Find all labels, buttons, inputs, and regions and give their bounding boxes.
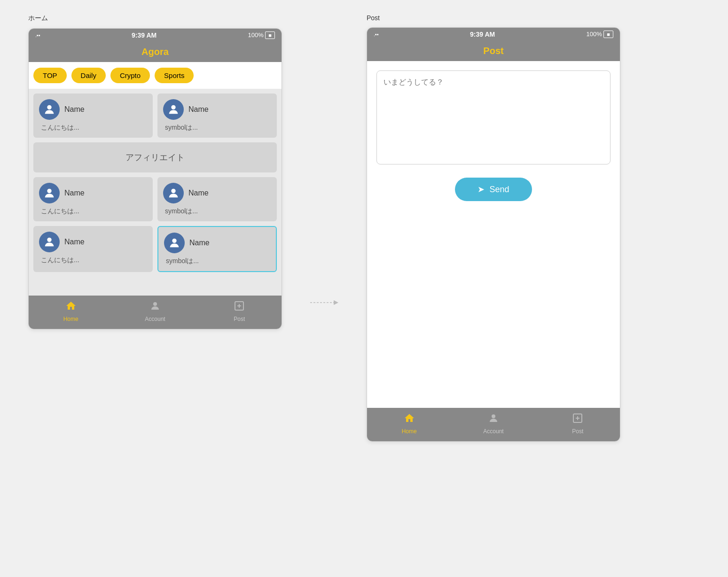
post-card-4[interactable]: Name symbolは... [157, 177, 277, 221]
post-card-2-text: symbolは... [163, 124, 271, 132]
posts-grid-1: Name こんにちは... Name symbolは. [33, 94, 277, 138]
post-screen-tab-post[interactable]: Post [559, 413, 596, 435]
post-card-4-name: Name [188, 189, 209, 197]
home-phone: .▪▪ 9:39 AM 100% ■ Agora TOP Daily Crypt… [28, 28, 282, 329]
svg-point-1 [171, 105, 175, 109]
home-tab-label: Home [63, 316, 78, 322]
posts-grid-2: Name こんにちは... Name symbolは. [33, 177, 277, 221]
post-screen-home-label: Home [402, 428, 417, 435]
post-screen-wrapper: Post .▪▪ 9:39 AM 100% ■ Post ➤ Send [367, 14, 620, 442]
svg-point-12 [492, 414, 495, 418]
tab-account[interactable]: Account [136, 300, 174, 322]
post-card-6-text: symbolは... [164, 257, 270, 265]
post-card-1-text: こんにちは... [39, 124, 147, 132]
posts-grid-3: Name こんにちは... Name symbolは. [33, 226, 277, 272]
post-card-1-name: Name [64, 105, 85, 114]
post-nav-bar: Post [367, 41, 620, 61]
post-screen-account-label: Account [483, 428, 503, 435]
avatar-3 [39, 183, 60, 203]
post-card-1[interactable]: Name こんにちは... [33, 94, 153, 138]
home-tab-icon [65, 300, 77, 314]
post-card-5-header: Name [39, 232, 147, 252]
post-card-3-name: Name [64, 189, 85, 197]
post-card-4-text: symbolは... [163, 207, 271, 216]
post-textarea[interactable] [376, 70, 611, 164]
post-card-3-text: こんにちは... [39, 207, 147, 216]
home-status-bar: .▪▪ 9:39 AM 100% ■ [29, 29, 282, 42]
post-card-6[interactable]: Name symbolは... [157, 226, 277, 272]
home-nav-bar: Agora [29, 42, 282, 62]
account-tab-icon [149, 300, 161, 314]
post-content-area: ➤ Send [367, 61, 620, 408]
home-screen-wrapper: ホーム .▪▪ 9:39 AM 100% ■ Agora TOP Daily C… [28, 14, 282, 329]
home-signal-icon: .▪▪ [35, 32, 40, 38]
svg-point-2 [47, 189, 51, 193]
post-tab-icon [234, 300, 245, 314]
svg-point-5 [172, 239, 176, 243]
screen-connector [310, 296, 338, 310]
tab-daily[interactable]: Daily [71, 68, 106, 83]
svg-marker-11 [334, 300, 338, 305]
svg-point-3 [171, 189, 175, 193]
home-nav-title: Agora [141, 47, 169, 57]
post-screen-home-icon [404, 413, 415, 427]
post-card-2-header: Name [163, 99, 271, 120]
category-tabs: TOP Daily Crypto Sports [29, 62, 282, 89]
post-phone: .▪▪ 9:39 AM 100% ■ Post ➤ Send [367, 27, 620, 442]
post-card-2[interactable]: Name symbolは... [157, 94, 277, 138]
post-card-4-header: Name [163, 183, 271, 203]
home-screen-label: ホーム [28, 14, 282, 23]
post-time: 9:39 AM [470, 31, 495, 38]
post-signal-icon: .▪▪ [374, 31, 379, 37]
avatar-1 [39, 99, 60, 120]
post-status-bar: .▪▪ 9:39 AM 100% ■ [367, 28, 620, 41]
affiliate-banner[interactable]: アフィリエイト [33, 142, 277, 172]
send-button-wrapper: ➤ Send [376, 178, 611, 201]
post-tab-label: Post [234, 316, 245, 322]
post-nav-title: Post [483, 46, 503, 56]
post-card-3-header: Name [39, 183, 147, 203]
tab-home[interactable]: Home [52, 300, 90, 322]
tab-post[interactable]: Post [220, 300, 258, 322]
send-button[interactable]: ➤ Send [455, 178, 532, 201]
post-card-3[interactable]: Name こんにちは... [33, 177, 153, 221]
send-arrow-icon: ➤ [478, 184, 485, 195]
avatar-2 [163, 99, 184, 120]
post-screen-account-icon [488, 413, 499, 427]
tab-sports[interactable]: Sports [155, 68, 194, 83]
post-card-5[interactable]: Name こんにちは... [33, 226, 153, 272]
avatar-4 [163, 183, 184, 203]
home-battery: 100% ■ [248, 31, 275, 39]
svg-point-4 [47, 238, 51, 242]
home-content-area: Name こんにちは... Name symbolは. [29, 89, 282, 296]
post-card-1-header: Name [39, 99, 147, 120]
post-screen-tab-home[interactable]: Home [391, 413, 428, 435]
post-screen-tab-account[interactable]: Account [475, 413, 512, 435]
tab-top[interactable]: TOP [33, 68, 67, 83]
post-card-2-name: Name [188, 105, 209, 114]
tab-crypto[interactable]: Crypto [110, 68, 150, 83]
svg-point-6 [153, 302, 157, 306]
post-screen-label: Post [367, 14, 620, 22]
post-card-6-name: Name [189, 239, 210, 247]
home-time: 9:39 AM [132, 31, 157, 39]
send-button-label: Send [489, 185, 509, 195]
post-screen-post-icon [572, 413, 583, 427]
account-tab-label: Account [145, 316, 165, 322]
post-card-6-header: Name [164, 233, 270, 253]
post-screen-post-label: Post [572, 428, 583, 435]
avatar-5 [39, 232, 60, 252]
post-card-5-name: Name [64, 238, 85, 246]
affiliate-text: アフィリエイト [125, 153, 185, 162]
svg-point-0 [47, 105, 51, 109]
avatar-6 [164, 233, 185, 253]
post-battery: 100% ■ [586, 31, 613, 38]
home-tab-bar: Home Account [29, 296, 282, 329]
post-card-5-text: こんにちは... [39, 256, 147, 265]
post-tab-bar: Home Account [367, 408, 620, 441]
